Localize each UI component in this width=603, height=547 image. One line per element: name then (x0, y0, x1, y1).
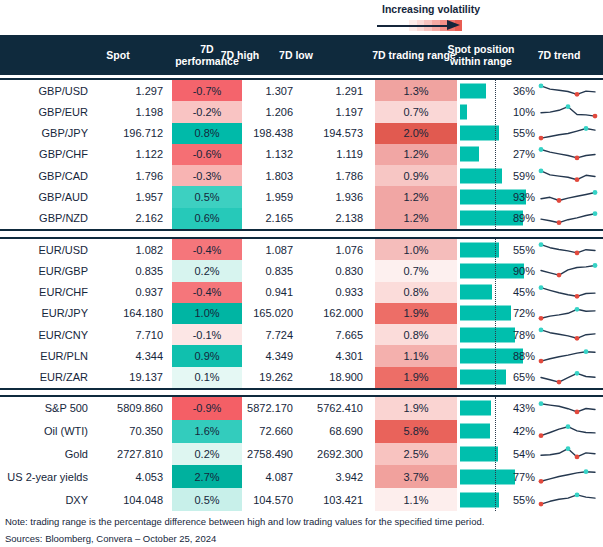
performance-value: -0.1% (172, 324, 242, 345)
range-midpoint-line (495, 397, 496, 511)
table-row: GBP/AUD1.9570.5%1.9591.9361.2%93% (0, 186, 603, 207)
section-other-assets: S&P 5005809.860-0.9%5872.1705762.4101.9%… (0, 395, 603, 511)
range-value: 0.8% (375, 324, 457, 345)
range-cell: 1.2% (368, 186, 460, 207)
range-value: 2.5% (375, 443, 457, 466)
low-value: 68.690 (298, 420, 368, 443)
position-label: 43% (513, 402, 535, 414)
trend-high-dot (575, 307, 580, 312)
position-label: 89% (513, 212, 535, 224)
range-cell: 0.9% (368, 165, 460, 186)
spot-value: 196.712 (95, 123, 168, 144)
performance-value: 1.6% (172, 420, 242, 443)
position-cell: 78% (460, 324, 537, 345)
header-7d-trend: 7D trend (524, 35, 594, 75)
range-value: 1.2% (375, 144, 457, 165)
trend-low-dot (575, 409, 580, 414)
spot-value: 1.082 (95, 239, 168, 260)
position-bar (460, 327, 515, 342)
low-value: 2.138 (298, 208, 368, 229)
low-value: 4.301 (298, 345, 368, 366)
trend-high-dot (539, 285, 544, 290)
performance-value: -0.7% (172, 80, 242, 101)
trend-high-dot (539, 84, 544, 89)
trend-low-dot (557, 380, 562, 385)
spot-value: 5809.860 (95, 397, 168, 420)
position-bar (460, 126, 499, 141)
position-cell: 65% (460, 367, 537, 388)
performance-value: 0.2% (172, 443, 242, 466)
row-label: EUR/CHF (0, 282, 95, 303)
performance-cell: -0.3% (168, 165, 246, 186)
position-cell: 45% (460, 282, 537, 303)
position-bar (460, 306, 511, 321)
trend-low-dot (575, 294, 580, 299)
trend-sparkline (538, 210, 598, 227)
table-row: GBP/EUR1.198-0.2%1.2061.1970.7%10% (0, 101, 603, 122)
table-row: US 2-year yields4.0532.7%4.0873.9423.7%7… (0, 465, 603, 488)
performance-value: -0.9% (172, 397, 242, 420)
range-cell: 1.0% (368, 239, 460, 260)
range-cell: 1.2% (368, 144, 460, 165)
range-value: 1.1% (375, 345, 457, 366)
row-label: EUR/PLN (0, 345, 95, 366)
range-cell: 1.1% (368, 488, 460, 511)
table-row: GBP/CHF1.122-0.6%1.1321.1191.2%27% (0, 144, 603, 165)
trend-cell (537, 345, 603, 366)
high-value: 1.803 (246, 165, 298, 186)
trend-low-dot (539, 358, 544, 363)
low-value: 162.000 (298, 303, 368, 324)
high-value: 7.724 (246, 324, 298, 345)
position-label: 77% (513, 471, 535, 483)
table-row: GBP/JPY196.7120.8%198.438194.5732.0%55% (0, 123, 603, 144)
trend-low-dot (575, 455, 580, 460)
table-row: GBP/USD1.297-0.7%1.3071.2911.3%36% (0, 80, 603, 101)
table-row: EUR/USD1.082-0.4%1.0871.0761.0%55% (0, 239, 603, 260)
performance-value: 0.9% (172, 345, 242, 366)
range-value: 0.9% (375, 165, 457, 186)
spot-value: 1.122 (95, 144, 168, 165)
range-value: 2.0% (375, 123, 457, 144)
trend-low-dot (575, 178, 580, 183)
range-cell: 0.8% (368, 282, 460, 303)
range-cell: 2.5% (368, 443, 460, 466)
section-eur-pairs: EUR/USD1.082-0.4%1.0871.0761.0%55%EUR/GB… (0, 237, 603, 390)
row-label: S&P 500 (0, 397, 95, 420)
trend-sparkline (538, 189, 598, 206)
performance-cell: -0.4% (168, 239, 246, 260)
table-row: EUR/JPY164.1801.0%165.020162.0001.9%72% (0, 303, 603, 324)
table-row: Gold2727.8100.2%2758.4902692.3002.5%54% (0, 443, 603, 466)
table-row: EUR/ZAR19.1370.1%19.26218.9001.9%65% (0, 367, 603, 388)
position-label: 55% (513, 244, 535, 256)
position-bar (460, 424, 490, 439)
header-spot: Spot (85, 35, 151, 75)
trend-cell (537, 488, 603, 511)
position-label: 93% (513, 191, 535, 203)
position-label: 45% (513, 286, 535, 298)
performance-cell: 1.6% (168, 420, 246, 443)
low-value: 1.119 (298, 144, 368, 165)
trend-low-dot (557, 198, 562, 203)
position-bar (460, 492, 499, 507)
trend-cell (537, 324, 603, 345)
performance-cell: 1.0% (168, 303, 246, 324)
position-cell: 55% (460, 488, 537, 511)
range-value: 0.7% (375, 101, 457, 122)
position-label: 42% (513, 425, 535, 437)
high-value: 5872.170 (246, 397, 298, 420)
performance-cell: 0.2% (168, 443, 246, 466)
range-cell: 0.7% (368, 260, 460, 281)
high-value: 1.206 (246, 101, 298, 122)
trend-cell (537, 282, 603, 303)
range-cell: 2.0% (368, 123, 460, 144)
low-value: 0.933 (298, 282, 368, 303)
high-value: 104.570 (246, 488, 298, 511)
position-label: 90% (513, 265, 535, 277)
position-label: 36% (513, 85, 535, 97)
trend-cell (537, 303, 603, 324)
performance-value: 0.5% (172, 488, 242, 511)
trend-high-dot (539, 147, 544, 152)
range-value: 3.7% (375, 465, 457, 488)
range-value: 1.3% (375, 80, 457, 101)
trend-low-dot (539, 433, 544, 438)
